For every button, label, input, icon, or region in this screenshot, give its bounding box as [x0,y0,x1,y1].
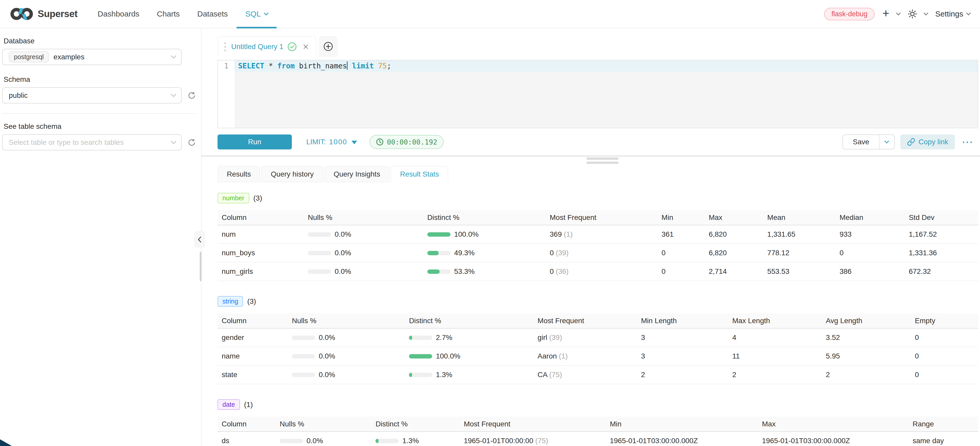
percent-label: 49.3% [454,249,474,257]
save-split-button[interactable]: Save [842,134,894,150]
theme-toggle[interactable] [908,9,928,19]
sqllab-main: Untitled Query 1 [202,29,980,446]
percent-label: 0.0% [319,371,335,379]
superset-logo[interactable]: Superset [9,6,77,22]
column-name: name [218,347,288,365]
limit-dropdown[interactable]: LIMIT: 1000 [306,138,357,146]
column-header: Min [606,417,758,432]
nav-item-sql[interactable]: SQL [237,0,277,28]
stat-value: 1,167.52 [905,225,978,244]
column-header: Nulls % [288,313,406,328]
query-tabbar: Untitled Query 1 [218,36,978,57]
stat-value: 1965-01-01T03:00:00.000Z [758,432,909,446]
sql-code-line[interactable]: SELECT * from birth_names limit 75; [235,61,978,72]
elapsed-time: 00:00:00.192 [387,138,438,146]
chevron-down-icon [171,53,176,59]
most-frequent: 369 (1) [546,225,658,244]
tab-query-history[interactable]: Query history [261,166,323,182]
query-tab[interactable]: Untitled Query 1 [218,36,317,57]
tab-result-stats[interactable]: Result Stats [391,166,448,182]
pane-resize-handle[interactable] [587,158,619,166]
percent-label: 1.3% [436,371,452,379]
database-select[interactable]: postgresql examples [2,49,181,65]
column-header: Min Length [637,313,729,328]
refresh-tables-button[interactable] [187,138,196,147]
column-count: (3) [247,297,256,306]
distinct-bar [409,373,432,377]
stat-value: 1,331.65 [764,225,836,244]
sidebar-collapse-button[interactable] [194,231,205,248]
column-header: Most Frequent [460,417,606,432]
column-header: Nulls % [276,417,372,432]
refresh-schemas-button[interactable] [187,91,196,100]
stat-value: 0 [658,244,705,262]
close-icon [302,43,310,51]
table-schema-label: See table schema [3,122,201,131]
sql-editor[interactable]: 1 SELECT * from birth_names limit 75; [218,60,978,128]
new-query-tab-button[interactable] [319,36,337,57]
stats-row-gender: gender0.0%2.7%girl (39)343.520 [218,328,978,347]
distinct-bar [375,439,399,443]
sync-icon [187,138,196,147]
percent-label: 0.0% [319,352,335,360]
drag-grip-icon[interactable] [224,42,226,51]
stats-table-string: ColumnNulls %Distinct %Most FrequentMin … [218,313,978,384]
stats-section-number: number(3)ColumnNulls %Distinct %Most Fre… [218,193,978,281]
chevron-down-icon [923,11,928,15]
stats-row-num: num0.0%100.0%369 (1)3616,8201,331.659331… [218,225,978,244]
stats-table-number: ColumnNulls %Distinct %Most FrequentMinM… [218,210,978,281]
stat-value: 0 [912,365,978,384]
copy-link-button[interactable]: Copy link [900,134,955,150]
table-select[interactable]: Select table or type to search tables [2,134,181,150]
distinct-bar [409,354,432,358]
column-header: Empty [912,313,978,328]
tab-query-insights[interactable]: Query Insights [325,166,390,182]
settings-menu[interactable]: Settings [935,10,970,18]
column-header: Max Length [729,313,822,328]
nav-item-charts[interactable]: Charts [148,0,188,28]
most-frequent: 1965-01-01T00:00:00 (75) [460,432,606,446]
run-button[interactable]: Run [218,134,292,150]
plus-icon: + [883,7,889,19]
stat-value: 6,820 [705,225,764,244]
save-dropdown-button[interactable] [879,135,894,149]
editor-code-area[interactable]: SELECT * from birth_names limit 75; [235,61,978,128]
stat-value: 3.52 [822,328,912,347]
nav-item-datasets[interactable]: Datasets [188,0,236,28]
query-success-icon [288,42,297,51]
percent-label: 100.0% [436,352,460,360]
check-circle-icon [288,42,297,51]
percent-label: 0.0% [335,230,351,239]
percent-label: 0.0% [307,437,323,445]
percent-label: 2.7% [436,333,452,342]
nulls-bar [292,336,315,340]
save-button[interactable]: Save [843,135,879,149]
percent-label: 100.0% [454,230,479,239]
stat-value: 1965-01-01T03:00:00.000Z [606,432,758,446]
close-tab-button[interactable] [302,43,310,51]
stats-row-num_boys: num_boys0.0%49.3%0 (39)06,820778.1201,33… [218,244,978,262]
navbar-right: flask-debug + Settings [824,8,980,21]
column-header: Max [758,417,909,432]
results-tabbar: Results Query history Query Insights Res… [218,166,978,182]
stat-value: 11 [729,347,822,365]
nav-item-dashboards[interactable]: Dashboards [89,0,148,28]
column-header: Column [218,313,288,328]
stat-value: 6,820 [705,244,764,262]
nulls-bar [292,373,315,377]
more-menu-button[interactable]: ⋯ [962,136,973,148]
schema-select[interactable]: public [2,87,181,104]
editor-toolbar: Run LIMIT: 1000 00:00:00.192 Save [218,128,978,156]
stat-value: 2 [637,365,729,384]
clock-icon [376,138,384,146]
percent-label: 0.0% [319,333,335,342]
navbar: Superset Dashboards Charts Datasets SQL … [0,0,980,29]
column-name: num [218,225,304,244]
new-dropdown[interactable]: + [883,9,900,19]
tab-results[interactable]: Results [218,166,260,182]
caret-down-icon [352,141,357,144]
stat-value: 0 [658,262,705,281]
column-header: Column [218,210,304,225]
stat-value: 4 [729,328,822,347]
nulls-bar [308,232,331,237]
